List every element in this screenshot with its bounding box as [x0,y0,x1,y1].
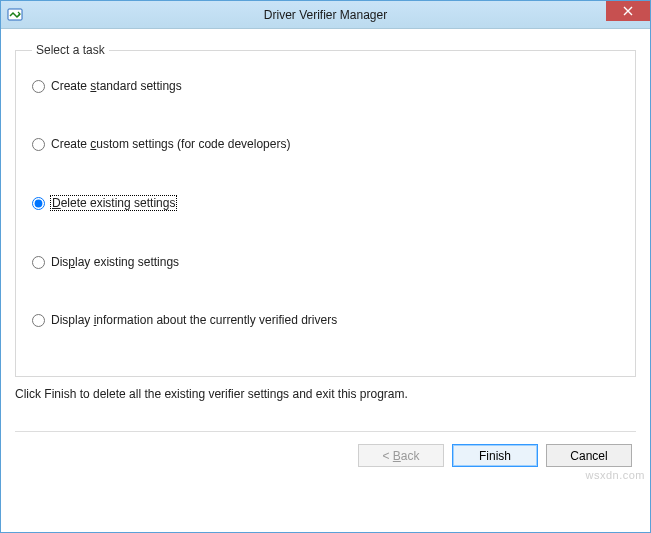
finish-button[interactable]: Finish [452,444,538,467]
radio-delete-existing[interactable]: Delete existing settings [32,195,619,211]
radio-create-custom-label: Create custom settings (for code develop… [51,137,290,151]
task-group: Select a task Create standard settings C… [15,43,636,377]
close-button[interactable] [606,1,650,21]
button-row: < Back Finish Cancel [15,432,636,467]
radio-display-info[interactable]: Display information about the currently … [32,313,619,327]
group-legend: Select a task [32,43,109,57]
radio-display-info-input[interactable] [32,314,45,327]
radio-display-existing-label: Display existing settings [51,255,179,269]
radio-display-info-label: Display information about the currently … [51,313,337,327]
watermark: wsxdn.com [585,469,645,481]
app-icon [7,7,23,23]
radio-display-existing[interactable]: Display existing settings [32,255,619,269]
window-title: Driver Verifier Manager [1,8,650,22]
window: Driver Verifier Manager Select a task Cr… [0,0,651,533]
hint-text: Click Finish to delete all the existing … [15,387,636,401]
radio-delete-existing-label: Delete existing settings [50,195,177,211]
radio-create-custom[interactable]: Create custom settings (for code develop… [32,137,619,151]
client-area: Select a task Create standard settings C… [1,29,650,532]
close-icon [623,6,633,16]
radio-delete-existing-input[interactable] [32,197,45,210]
radio-display-existing-input[interactable] [32,256,45,269]
radio-create-custom-input[interactable] [32,138,45,151]
radio-create-standard-input[interactable] [32,80,45,93]
radio-create-standard-label: Create standard settings [51,79,182,93]
cancel-button[interactable]: Cancel [546,444,632,467]
back-button: < Back [358,444,444,467]
radio-create-standard[interactable]: Create standard settings [32,79,619,93]
titlebar: Driver Verifier Manager [1,1,650,29]
